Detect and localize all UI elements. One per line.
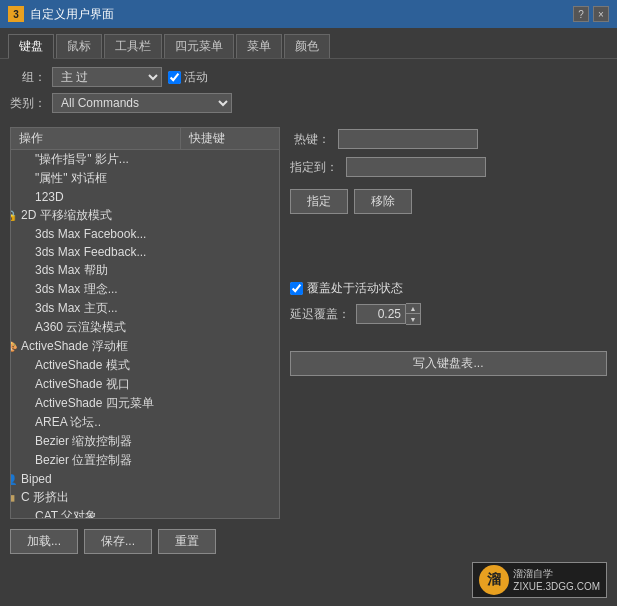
list-item[interactable]: 3ds Max Facebook... [11,225,279,243]
assign-to-row: 指定到： [290,157,607,177]
hotkey-label: 热键： [290,131,330,148]
delay-spinner: ▲ ▼ [406,303,421,325]
group-row: 组： 主 过 活动 [10,67,607,87]
delay-up-button[interactable]: ▲ [406,304,420,314]
list-item[interactable]: A360 云渲染模式 [11,318,279,337]
list-item-text: "属性" 对话框 [35,170,107,187]
list-item-text: "操作指导" 影片... [35,151,129,168]
list-item[interactable]: 3ds Max 帮助 [11,261,279,280]
delay-input[interactable] [356,304,406,324]
list-item-text: C 形挤出 [21,489,69,506]
command-list[interactable]: "操作指导" 影片..."属性" 对话框123D🔒2D 平移缩放模式3ds Ma… [10,149,280,519]
assign-to-input[interactable] [346,157,486,177]
title-bar: 3 自定义用户界面 ? × [0,0,617,28]
list-item[interactable]: 3ds Max 理念... [11,280,279,299]
watermark-logo: 溜 [479,565,509,595]
class-label: 类别： [10,95,46,112]
list-item-text: 123D [35,190,64,204]
list-item[interactable]: 🔒2D 平移缩放模式 [11,206,279,225]
class-select[interactable]: All Commands [52,93,232,113]
list-item-text: 3ds Max 理念... [35,281,118,298]
list-item-text: 3ds Max Facebook... [35,227,146,241]
write-keyboard-button[interactable]: 写入键盘表... [290,351,607,376]
list-item-text: AREA 论坛.. [35,414,101,431]
tab-keyboard[interactable]: 键盘 [8,34,54,59]
list-item-text: Bezier 缩放控制器 [35,433,132,450]
assign-to-label: 指定到： [290,159,338,176]
list-item-text: Bezier 位置控制器 [35,452,132,469]
watermark: 溜 溜溜自学 ZIXUE.3DGG.COM [472,562,607,598]
tab-mouse[interactable]: 鼠标 [56,34,102,58]
bottom-buttons: 加载... 保存... 重置 [10,529,216,554]
active-checkbox[interactable] [168,71,181,84]
list-item-text: 3ds Max 主页... [35,300,118,317]
list-item[interactable]: "操作指导" 影片... [11,150,279,169]
dialog-body: 键盘 鼠标 工具栏 四元菜单 菜单 颜色 组： 主 过 活动 类别： All C… [0,28,617,606]
list-item[interactable]: 🎨ActiveShade 浮动框 [11,337,279,356]
save-button[interactable]: 保存... [84,529,152,554]
list-item-text: ActiveShade 视口 [35,376,130,393]
bottom-bar: 加载... 保存... 重置 [0,523,617,560]
right-panel: 热键： 指定到： 指定 移除 覆盖处于活动状态 延迟覆盖： ▲ [290,127,607,519]
list-item[interactable]: 123D [11,188,279,206]
assign-btn-row: 指定 移除 [290,189,607,214]
tab-color[interactable]: 颜色 [284,34,330,58]
assign-button[interactable]: 指定 [290,189,348,214]
list-item-icon: 🎨 [10,339,19,355]
tab-quad-menu[interactable]: 四元菜单 [164,34,234,58]
load-button[interactable]: 加载... [10,529,78,554]
list-item-text: Biped [21,472,52,486]
list-item[interactable]: Bezier 缩放控制器 [11,432,279,451]
overlay-row: 覆盖处于活动状态 [290,280,607,297]
list-item-text: 3ds Max Feedback... [35,245,146,259]
list-item[interactable]: 👤Biped [11,470,279,488]
help-button[interactable]: ? [573,6,589,22]
col-hotkey-header: 快捷键 [181,128,279,149]
active-label: 活动 [184,69,208,86]
delay-input-wrap: ▲ ▼ [356,303,421,325]
tab-bar: 键盘 鼠标 工具栏 四元菜单 菜单 颜色 [0,28,617,59]
list-item-text: ActiveShade 四元菜单 [35,395,154,412]
window-title: 自定义用户界面 [30,6,114,23]
list-item[interactable]: 3ds Max Feedback... [11,243,279,261]
list-item[interactable]: ActiveShade 四元菜单 [11,394,279,413]
list-item[interactable]: ActiveShade 模式 [11,356,279,375]
overlay-checkbox[interactable] [290,282,303,295]
list-panel: 操作 快捷键 "操作指导" 影片..."属性" 对话框123D🔒2D 平移缩放模… [10,127,280,519]
tab-toolbar[interactable]: 工具栏 [104,34,162,58]
group-select[interactable]: 主 过 [52,67,162,87]
list-item-icon: 👤 [10,471,19,487]
list-item-text: A360 云渲染模式 [35,319,126,336]
list-item-icon: ◼ [10,490,19,506]
list-item[interactable]: CAT 父对象 [11,507,279,519]
delay-row: 延迟覆盖： ▲ ▼ [290,303,607,325]
list-item[interactable]: ActiveShade 视口 [11,375,279,394]
list-item-text: 3ds Max 帮助 [35,262,108,279]
list-item-text: CAT 父对象 [35,508,97,519]
close-button[interactable]: × [593,6,609,22]
list-item[interactable]: 3ds Max 主页... [11,299,279,318]
list-item[interactable]: ◼C 形挤出 [11,488,279,507]
main-panel: 操作 快捷键 "操作指导" 影片..."属性" 对话框123D🔒2D 平移缩放模… [0,127,617,519]
overlay-label: 覆盖处于活动状态 [307,280,403,297]
hotkey-row: 热键： [290,129,607,149]
list-item[interactable]: AREA 论坛.. [11,413,279,432]
tab-menu[interactable]: 菜单 [236,34,282,58]
col-action-header: 操作 [11,128,181,149]
active-checkbox-label: 活动 [168,69,208,86]
list-item-icon: 🔒 [10,208,19,224]
watermark-text: 溜溜自学 ZIXUE.3DGG.COM [513,567,600,593]
list-item-text: ActiveShade 模式 [35,357,130,374]
list-item[interactable]: Bezier 位置控制器 [11,451,279,470]
reset-button[interactable]: 重置 [158,529,216,554]
content-area: 组： 主 过 活动 类别： All Commands [0,59,617,127]
list-item-text: 2D 平移缩放模式 [21,207,112,224]
delay-down-button[interactable]: ▼ [406,314,420,324]
delay-label: 延迟覆盖： [290,306,350,323]
app-icon: 3 [8,6,24,22]
list-item[interactable]: "属性" 对话框 [11,169,279,188]
hotkey-input[interactable] [338,129,478,149]
list-header: 操作 快捷键 [10,127,280,149]
remove-button[interactable]: 移除 [354,189,412,214]
class-row: 类别： All Commands [10,93,607,113]
